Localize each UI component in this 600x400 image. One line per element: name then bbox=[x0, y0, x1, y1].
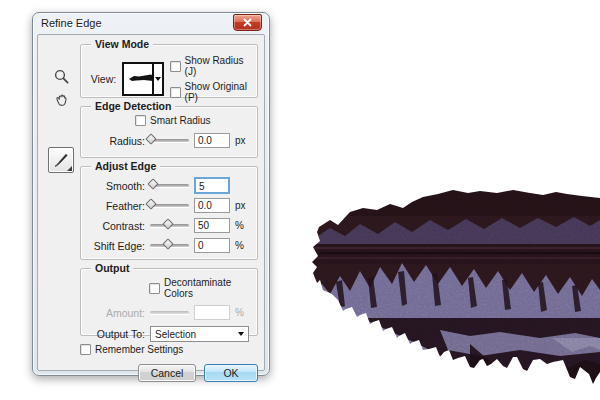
smooth-slider[interactable] bbox=[150, 184, 189, 187]
feather-slider[interactable] bbox=[150, 204, 189, 207]
radius-unit: px bbox=[235, 135, 249, 146]
smooth-slider-thumb[interactable] bbox=[147, 178, 158, 189]
show-radius-label: Show Radius (J) bbox=[185, 55, 249, 77]
feather-slider-row: Feather: 0.0 px bbox=[89, 196, 249, 215]
shift-edge-slider-thumb[interactable] bbox=[163, 238, 174, 249]
radius-slider[interactable] bbox=[150, 139, 189, 142]
feather-unit: px bbox=[235, 200, 249, 211]
remember-settings-checkbox[interactable] bbox=[80, 344, 91, 355]
output-legend: Output bbox=[91, 262, 133, 274]
feather-label: Feather: bbox=[89, 200, 145, 212]
view-mode-group: View Mode View: bbox=[80, 44, 258, 98]
view-preview bbox=[124, 64, 151, 94]
amount-value-field bbox=[194, 305, 230, 320]
close-button[interactable] bbox=[233, 14, 262, 31]
remember-settings-label: Remember Settings bbox=[95, 344, 183, 355]
smart-radius-checkbox[interactable] bbox=[135, 115, 146, 126]
view-mode-legend: View Mode bbox=[91, 38, 153, 50]
chevron-down-icon bbox=[238, 332, 244, 336]
smooth-value-field[interactable]: 5 bbox=[194, 177, 230, 194]
feather-slider-thumb[interactable] bbox=[145, 198, 156, 209]
contrast-slider[interactable] bbox=[150, 224, 189, 227]
decontaminate-checkbox-row[interactable]: Decontaminate Colors bbox=[149, 277, 249, 299]
decontaminate-label: Decontaminate Colors bbox=[164, 277, 249, 299]
dialog-titlebar[interactable]: Refine Edge bbox=[33, 13, 269, 34]
show-original-checkbox[interactable] bbox=[170, 87, 181, 98]
contrast-label: Contrast: bbox=[89, 220, 145, 232]
flyout-corner-icon bbox=[67, 166, 72, 171]
refine-edge-dialog: Refine Edge bbox=[32, 12, 270, 376]
show-original-label: Show Original (P) bbox=[185, 81, 249, 103]
dialog-buttons: Cancel OK bbox=[80, 364, 258, 382]
hand-tool-button[interactable] bbox=[50, 89, 72, 111]
ok-button[interactable]: OK bbox=[204, 364, 258, 382]
output-group: Output Decontaminate Colors Amount: % Ou… bbox=[80, 268, 258, 336]
adjust-edge-group: Adjust Edge Smooth: 5 Feather: 0.0 px bbox=[80, 166, 258, 260]
show-radius-checkbox-row[interactable]: Show Radius (J) bbox=[170, 55, 249, 77]
tool-column bbox=[47, 63, 77, 173]
dialog-content: View Mode View: bbox=[37, 34, 265, 371]
radius-slider-row: Radius: 0.0 px bbox=[89, 131, 249, 150]
view-preview-icon bbox=[124, 64, 156, 94]
feather-value-field[interactable]: 0.0 bbox=[194, 198, 230, 213]
zoom-tool-button[interactable] bbox=[50, 65, 72, 87]
radius-slider-thumb[interactable] bbox=[145, 133, 156, 144]
contrast-slider-thumb[interactable] bbox=[163, 218, 174, 229]
amount-slider bbox=[150, 311, 189, 314]
hand-icon bbox=[53, 92, 70, 109]
output-to-dropdown[interactable]: Selection bbox=[150, 326, 249, 342]
cancel-button[interactable]: Cancel bbox=[138, 364, 196, 382]
radius-label: Radius: bbox=[89, 135, 145, 147]
shift-edge-label: Shift Edge: bbox=[89, 240, 145, 252]
contrast-value-field[interactable]: 50 bbox=[194, 218, 230, 233]
radius-value-field[interactable]: 0.0 bbox=[194, 133, 230, 148]
view-mode-dropdown[interactable] bbox=[122, 62, 163, 96]
adjust-edge-legend: Adjust Edge bbox=[91, 160, 160, 172]
view-label: View: bbox=[89, 73, 116, 85]
refine-radius-tool-button[interactable] bbox=[48, 147, 74, 173]
shift-edge-slider[interactable] bbox=[150, 244, 189, 247]
remember-settings-row[interactable]: Remember Settings bbox=[80, 344, 258, 355]
show-radius-checkbox[interactable] bbox=[170, 61, 181, 72]
contrast-unit: % bbox=[235, 220, 249, 231]
smart-radius-checkbox-row[interactable]: Smart Radius bbox=[135, 115, 249, 126]
smooth-slider-row: Smooth: 5 bbox=[89, 176, 249, 195]
shift-edge-unit: % bbox=[235, 240, 249, 251]
output-to-label: Output To: bbox=[89, 328, 145, 340]
shift-edge-value-field[interactable]: 0 bbox=[194, 238, 230, 253]
edge-detection-legend: Edge Detection bbox=[91, 100, 175, 112]
smart-radius-label: Smart Radius bbox=[150, 115, 211, 126]
amount-slider-row: Amount: % bbox=[89, 303, 249, 322]
output-to-row: Output To: Selection bbox=[89, 326, 249, 342]
masked-canyon-image bbox=[300, 182, 600, 397]
close-icon bbox=[243, 18, 252, 27]
amount-label: Amount: bbox=[89, 307, 145, 319]
photoshop-canvas-area: Refine Edge bbox=[0, 0, 600, 400]
contrast-slider-row: Contrast: 50 % bbox=[89, 216, 249, 235]
edge-detection-group: Edge Detection Smart Radius Radius: 0.0 … bbox=[80, 106, 258, 158]
show-original-checkbox-row[interactable]: Show Original (P) bbox=[170, 81, 249, 103]
output-to-value: Selection bbox=[155, 329, 238, 340]
magnifier-icon bbox=[53, 68, 70, 85]
dialog-title: Refine Edge bbox=[41, 17, 102, 29]
amount-unit: % bbox=[235, 307, 249, 318]
decontaminate-checkbox[interactable] bbox=[149, 283, 160, 294]
shift-edge-slider-row: Shift Edge: 0 % bbox=[89, 236, 249, 255]
smooth-label: Smooth: bbox=[89, 180, 145, 192]
